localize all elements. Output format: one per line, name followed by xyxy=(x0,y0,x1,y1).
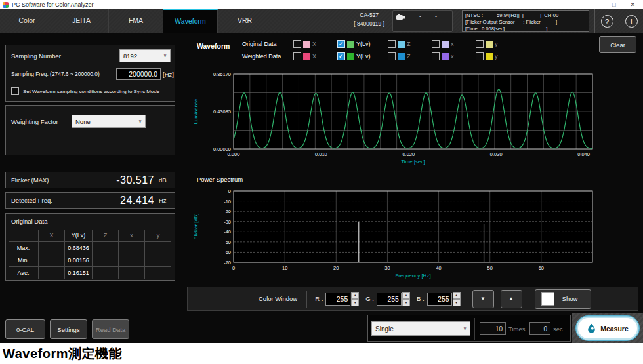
detected-freq-unit: Hz xyxy=(159,197,169,204)
table-cell: 0.68436 xyxy=(65,242,93,254)
green-input[interactable]: 255 xyxy=(377,293,402,306)
sampling-number-select[interactable]: 8192 ∨ xyxy=(119,49,171,62)
legend-item-original-y: y xyxy=(476,40,510,48)
times-label: Times xyxy=(508,325,526,333)
device-info: CA-527 [ 84000119 ] xyxy=(348,9,390,33)
svg-text:Luminance: Luminance xyxy=(193,98,199,125)
power-spectrum-title: Power Spectrum xyxy=(197,176,243,183)
svg-text:50: 50 xyxy=(487,265,493,271)
weighted-x-swatch xyxy=(442,53,449,60)
svg-text:10: 10 xyxy=(282,265,287,271)
status-line-sync: [NTSC : 59.94[Hz]] [ ---- ] CH-00 xyxy=(465,12,586,19)
probe-value-3: - xyxy=(435,22,437,29)
red-input[interactable]: 255 xyxy=(325,293,350,306)
blue-input[interactable]: 255 xyxy=(427,293,452,306)
weighted-y-checkbox[interactable] xyxy=(476,52,484,60)
legend-item-weighted-X: X xyxy=(293,52,327,60)
green-decrement-icon[interactable]: ▼ xyxy=(402,299,410,306)
red-increment-icon[interactable]: ▲ xyxy=(351,292,359,299)
svg-text:-50: -50 xyxy=(224,239,231,245)
col-header-YLv: Y(Lv) xyxy=(65,230,93,242)
maximize-icon[interactable]: □ xyxy=(612,0,615,9)
color-window-label: Color Window xyxy=(259,295,297,302)
original-x-label: x xyxy=(451,41,454,47)
show-button[interactable]: Show xyxy=(535,289,591,309)
tab-vrr[interactable]: VRR xyxy=(218,9,272,33)
close-icon[interactable]: ✕ xyxy=(630,0,635,9)
weighted-x-checkbox[interactable] xyxy=(432,52,440,60)
sec-input[interactable]: 0 xyxy=(529,322,550,335)
minimize-icon[interactable]: – xyxy=(594,0,598,9)
up-arrow-icon: ▲ xyxy=(508,296,514,302)
color-window-up-button[interactable]: ▲ xyxy=(501,290,522,308)
show-button-label: Show xyxy=(562,295,578,302)
original-x-checkbox[interactable] xyxy=(432,40,440,48)
table-cell xyxy=(93,267,119,279)
zero-cal-button[interactable]: 0-CAL xyxy=(5,319,45,339)
times-input[interactable]: 10 xyxy=(480,322,506,335)
table-cell xyxy=(39,254,65,267)
clear-button[interactable]: Clear xyxy=(599,36,636,53)
probe-value-1: - xyxy=(419,13,421,20)
original-Z-checkbox[interactable] xyxy=(388,40,396,48)
chevron-down-icon: ∨ xyxy=(138,119,142,124)
app-window: Color JEITA FMA Waveform VRR CA-527 [ 84… xyxy=(0,9,643,343)
legend-item-original-x: x xyxy=(432,40,466,48)
weighted-X-checkbox[interactable] xyxy=(293,52,301,60)
blue-stepper: ▲ ▼ xyxy=(453,292,461,306)
tab-waveform[interactable]: Waveform xyxy=(163,9,218,33)
blue-increment-icon[interactable]: ▲ xyxy=(453,292,461,299)
weighted-Z-checkbox[interactable] xyxy=(388,52,396,60)
weighted-YLv-checkbox[interactable]: ✓ xyxy=(337,52,345,60)
measurement-mode-select[interactable]: Single ∨ xyxy=(371,321,470,336)
table-cell: 0.16151 xyxy=(65,267,93,279)
table-cell: 0.00156 xyxy=(65,254,93,267)
green-increment-icon[interactable]: ▲ xyxy=(402,292,410,299)
caption-bar: Waveform測定機能 xyxy=(0,343,643,364)
original-X-swatch xyxy=(303,41,310,48)
measure-button[interactable]: Measure xyxy=(578,318,637,338)
col-header-X: X xyxy=(39,230,65,242)
table-cell xyxy=(93,242,119,254)
table-cell xyxy=(119,242,145,254)
divider xyxy=(474,318,475,340)
window-titlebar: PC Software for Color Analyzer – □ ✕ xyxy=(0,0,643,9)
table-cell xyxy=(145,267,171,279)
legend-item-original-YLv: ✓ Y(Lv) xyxy=(337,40,378,48)
sampling-freq-input[interactable]: 200000.0 xyxy=(116,68,161,80)
color-window-bar: Color Window R : 255 ▲ ▼ G : 255 xyxy=(187,287,638,311)
blue-decrement-icon[interactable]: ▼ xyxy=(453,299,461,306)
original-y-label: y xyxy=(495,41,498,47)
row-label-max: Max. xyxy=(9,242,39,254)
info-button[interactable]: i xyxy=(619,9,643,33)
sync-mode-label: Set Waveform sampling conditions accordi… xyxy=(23,89,159,94)
svg-text:Time [sec]: Time [sec] xyxy=(401,159,425,165)
tab-color[interactable]: Color xyxy=(0,9,54,33)
color-window-down-button[interactable]: ▼ xyxy=(472,290,494,308)
sampling-freq-label: Sampling Freq. (2747.6 ~ 200000.0) xyxy=(11,71,100,77)
sync-mode-checkbox[interactable] xyxy=(11,87,19,95)
svg-text:60: 60 xyxy=(539,265,544,271)
svg-text:-30: -30 xyxy=(224,219,231,225)
original-y-checkbox[interactable] xyxy=(476,40,484,48)
red-decrement-icon[interactable]: ▼ xyxy=(351,299,359,306)
window-controls: – □ ✕ xyxy=(594,0,643,9)
app-icon xyxy=(3,2,9,8)
measure-button-label: Measure xyxy=(600,325,629,333)
legend-item-weighted-Z: Z xyxy=(388,52,422,60)
settings-button[interactable]: Settings xyxy=(50,319,87,339)
table-cell xyxy=(93,254,119,267)
tab-fma[interactable]: FMA xyxy=(109,9,163,33)
help-icon: ? xyxy=(601,15,613,28)
svg-text:30: 30 xyxy=(384,265,390,271)
tab-jeita[interactable]: JEITA xyxy=(54,9,109,33)
detected-freq-value: 24.414 xyxy=(120,195,154,207)
red-stepper: ▲ ▼ xyxy=(351,292,359,306)
legend-item-weighted-y: y xyxy=(476,52,510,60)
weighting-factor-select[interactable]: None ∨ xyxy=(72,115,146,128)
read-data-button[interactable]: Read Data xyxy=(92,319,129,339)
help-button[interactable]: ? xyxy=(594,9,619,33)
original-YLv-checkbox[interactable]: ✓ xyxy=(337,40,345,48)
weighting-factor-label: Weighting Factor xyxy=(11,118,58,125)
original-X-checkbox[interactable] xyxy=(293,40,301,48)
